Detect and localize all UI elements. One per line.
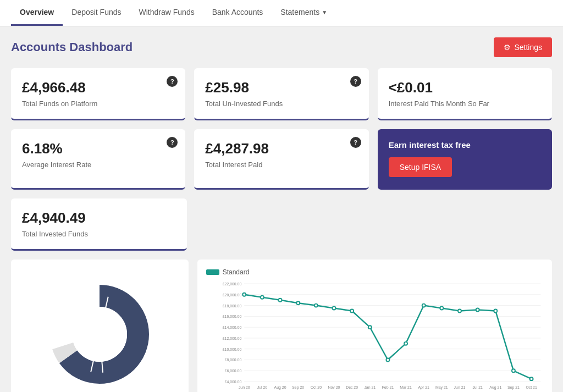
total-funds-value: £4,966.48 (22, 79, 174, 96)
svg-point-53 (440, 307, 443, 310)
svg-text:£8,000.00: £8,000.00 (224, 358, 241, 362)
svg-point-4 (72, 307, 127, 362)
header-row: Accounts Dashboard ⚙ Settings (11, 37, 552, 57)
donut-chart-svg (45, 279, 154, 389)
svg-text:£20,000.00: £20,000.00 (222, 293, 241, 297)
cards-row-3: £4,940.49 Total Invested Funds (11, 198, 552, 251)
svg-point-42 (242, 293, 246, 296)
svg-text:Jun 21: Jun 21 (454, 385, 465, 389)
svg-text:May 21: May 21 (435, 385, 448, 390)
svg-text:Jul 20: Jul 20 (257, 385, 267, 389)
svg-text:Jan 21: Jan 21 (364, 385, 376, 389)
uninvested-funds-label: Total Un-Invested Funds (205, 100, 357, 108)
total-invested-funds-label: Total Invested Funds (22, 230, 176, 238)
cards-row-2: ? 6.18% Average Interest Rate ? £4,287.9… (11, 129, 552, 190)
svg-point-47 (332, 307, 335, 310)
uninvested-funds-card: ? £25.98 Total Un-Invested Funds (194, 68, 368, 120)
svg-point-56 (494, 310, 497, 313)
svg-text:£6,000.00: £6,000.00 (224, 369, 241, 373)
total-interest-paid-value: £4,287.98 (205, 140, 357, 157)
help-icon-1[interactable]: ? (167, 76, 178, 87)
svg-point-58 (529, 377, 533, 380)
svg-text:Mar 21: Mar 21 (400, 385, 412, 389)
donut-chart-card: Accounts Breakdown (11, 260, 189, 392)
svg-text:Jun 20: Jun 20 (239, 385, 250, 389)
svg-text:£18,000.00: £18,000.00 (222, 304, 241, 308)
nav-withdraw-funds[interactable]: Withdraw Funds (130, 0, 203, 26)
charts-row: Accounts Breakdown Standard .grid-line {… (11, 260, 552, 392)
uninvested-funds-value: £25.98 (205, 79, 357, 96)
ifisa-earn-title: Earn interest tax free (389, 140, 541, 150)
svg-text:£4,000.00: £4,000.00 (224, 380, 241, 384)
avg-interest-rate-card: ? 6.18% Average Interest Rate (11, 129, 185, 190)
interest-paid-month-label: Interest Paid This Month So Far (389, 100, 541, 108)
page-title: Accounts Dashboard (11, 40, 133, 54)
main-content: Accounts Dashboard ⚙ Settings ? £4,966.4… (0, 26, 563, 392)
nav-overview[interactable]: Overview (11, 0, 63, 26)
svg-text:Oct 20: Oct 20 (310, 385, 322, 389)
settings-button[interactable]: ⚙ Settings (494, 37, 552, 57)
total-invested-funds-value: £4,940.49 (22, 209, 176, 227)
cards-row-1: ? £4,966.48 Total Funds on Platform ? £2… (11, 68, 552, 120)
total-funds-label: Total Funds on Platform (22, 100, 174, 108)
gear-icon: ⚙ (504, 43, 511, 52)
svg-text:£14,000.00: £14,000.00 (222, 325, 241, 329)
interest-paid-month-value: <£0.01 (389, 79, 541, 96)
svg-point-46 (314, 304, 318, 307)
svg-text:£12,000.00: £12,000.00 (222, 336, 241, 340)
avg-interest-rate-label: Average Interest Rate (22, 161, 174, 169)
line-chart-svg: .grid-line { stroke: #e0e0e0; stroke-wid… (206, 280, 543, 390)
svg-point-43 (261, 296, 264, 299)
svg-point-55 (476, 308, 479, 312)
svg-point-50 (386, 358, 389, 362)
help-icon-2[interactable]: ? (350, 76, 361, 87)
total-funds-card: ? £4,966.48 Total Funds on Platform (11, 68, 185, 120)
top-navigation: Overview Deposit Funds Withdraw Funds Ba… (0, 0, 563, 26)
svg-text:Aug 20: Aug 20 (274, 385, 286, 390)
nav-statements[interactable]: Statements ▼ (272, 0, 336, 26)
avg-interest-rate-value: 6.18% (22, 140, 174, 157)
donut-chart-wrap (20, 268, 180, 392)
svg-point-57 (512, 369, 515, 372)
help-icon-4[interactable]: ? (350, 137, 361, 148)
help-icon-3[interactable]: ? (167, 137, 178, 148)
svg-text:Apr 21: Apr 21 (418, 385, 429, 390)
row3-spacer (196, 198, 552, 251)
svg-point-51 (404, 342, 407, 345)
svg-point-44 (278, 299, 282, 302)
legend-color-standard (206, 269, 219, 275)
svg-text:Sep 21: Sep 21 (507, 385, 520, 390)
interest-paid-month-card: <£0.01 Interest Paid This Month So Far (378, 68, 552, 120)
svg-text:Nov 20: Nov 20 (328, 385, 340, 389)
svg-text:£22,000.00: £22,000.00 (222, 282, 241, 286)
total-invested-funds-card: £4,940.49 Total Invested Funds (11, 198, 187, 251)
svg-point-48 (350, 310, 354, 313)
svg-text:£16,000.00: £16,000.00 (222, 314, 241, 318)
svg-point-52 (422, 304, 425, 307)
svg-text:Feb 21: Feb 21 (382, 385, 394, 389)
line-chart-header: Standard (206, 268, 543, 276)
svg-text:Dec 20: Dec 20 (346, 385, 358, 389)
ifisa-promo-card: Earn interest tax free Setup IFISA (378, 129, 552, 190)
svg-point-54 (458, 310, 461, 313)
svg-text:Oct 21: Oct 21 (526, 385, 537, 389)
dropdown-arrow-icon: ▼ (322, 9, 327, 15)
svg-point-45 (296, 301, 300, 305)
legend-label-standard: Standard (223, 268, 250, 276)
svg-point-49 (368, 325, 371, 329)
nav-deposit-funds[interactable]: Deposit Funds (63, 0, 130, 26)
svg-text:£10,000.00: £10,000.00 (222, 347, 241, 351)
svg-text:Aug 21: Aug 21 (489, 385, 501, 390)
total-interest-paid-card: ? £4,287.98 Total Interest Paid (194, 129, 368, 190)
setup-ifisa-button[interactable]: Setup IFISA (389, 157, 452, 177)
nav-bank-accounts[interactable]: Bank Accounts (203, 0, 272, 26)
total-interest-paid-label: Total Interest Paid (205, 161, 357, 169)
chart-legend: Standard (206, 268, 250, 276)
svg-text:Jul 21: Jul 21 (472, 385, 483, 389)
line-chart-card: Standard .grid-line { stroke: #e0e0e0; s… (197, 260, 552, 392)
svg-text:Sep 20: Sep 20 (292, 385, 304, 390)
